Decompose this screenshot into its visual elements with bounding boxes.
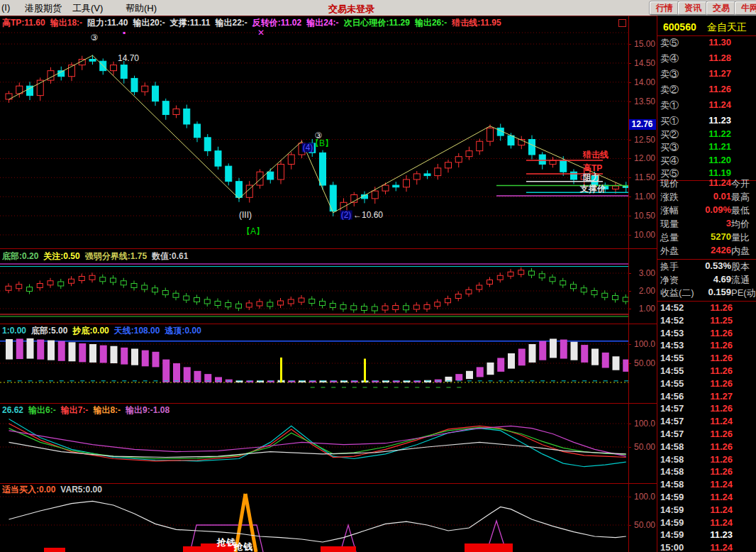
quote-row-label: 买④ [660, 155, 679, 167]
top-button-资讯[interactable]: 资讯 [678, 1, 708, 15]
tick-row: 14:5511.26 [657, 378, 756, 390]
tick-price: 11.26 [693, 378, 733, 389]
tick-time: 14:53 [660, 340, 684, 350]
axis-border [628, 16, 629, 552]
quote-row-value: 11.20 [686, 155, 731, 165]
quote-panel[interactable]: 600560金自天正卖⑤11.30卖④11.28卖③11.27卖②11.26卖①… [657, 16, 756, 552]
signal-text: 抢钱 [217, 536, 235, 549]
quote-row-label: 卖① [660, 99, 679, 112]
indicator-value: 关注:0.50 [43, 251, 79, 261]
axis-tick-label: 11.00 [630, 192, 655, 202]
info-row: 涨幅0.09%最低 [657, 204, 756, 219]
quote-row-value: 11.28 [686, 53, 731, 63]
tick-time: 14:58 [660, 466, 684, 477]
indicator-value: 输出18:- [50, 18, 82, 28]
quote-row-label: 净资 [660, 274, 679, 287]
indicator-value: 适当买入:0.00 [2, 485, 55, 495]
quote-row-label2: 今开 [731, 177, 750, 190]
axis-tick-label: 14.00 [630, 77, 655, 87]
tick-row: 14:5311.26 [657, 328, 756, 340]
chart-annotation: (4) [302, 143, 314, 153]
tick-price: 11.24 [693, 504, 733, 515]
indicator-value: 底部:0.20 [2, 251, 38, 261]
window-restore-icon[interactable] [618, 19, 626, 27]
chart-annotation: 14.70 [118, 54, 139, 63]
tick-time: 15:00 [660, 542, 684, 552]
stock-name[interactable]: 金自天正 [707, 21, 747, 34]
quote-row-label2: 最低 [731, 204, 750, 217]
quote-row-label: 买③ [660, 141, 679, 154]
quote-row-label: 卖③ [660, 68, 679, 81]
tick-row: 14:5911.24 [657, 517, 756, 529]
tick-price: 11.24 [693, 416, 733, 426]
tick-time: 14:58 [660, 479, 684, 490]
axis-tick-label: 50.00 [630, 520, 655, 530]
indicator-value: 输出7:- [61, 405, 89, 415]
quote-row-label2: 股本 [731, 260, 750, 273]
title-separator [657, 35, 756, 36]
quote-row-label2: 流通 [731, 274, 750, 287]
stock-code[interactable]: 600560 [663, 21, 696, 33]
axis-tick-label: 50.00 [630, 442, 655, 452]
login-status-text: 交易未登录 [328, 3, 374, 16]
tick-time: 14:52 [660, 302, 684, 313]
tick-row: 14:5711.26 [657, 429, 756, 441]
top-button-行情[interactable]: 行情 [650, 1, 679, 15]
chart-area[interactable] [0, 16, 628, 552]
tick-row: 14:5211.25 [657, 315, 756, 327]
panel-separator [0, 248, 657, 249]
menu-item[interactable]: 港股期货 [25, 2, 62, 15]
tick-price: 11.26 [693, 429, 733, 439]
sell-queue-row: 卖③11.27 [657, 68, 756, 82]
tick-price: 11.26 [693, 454, 733, 465]
indicator-value: 输出20:- [133, 18, 165, 28]
indicator-value: 支撑:11.11 [170, 18, 211, 28]
axis-tick-label: 2.00 [630, 286, 655, 296]
info-row: 涨跌0.01最高 [657, 191, 756, 205]
quote-row-value: 11.30 [686, 37, 731, 48]
buy-queue-row: 买④11.20 [657, 155, 756, 169]
panel-separator [0, 324, 657, 324]
tick-price: 11.26 [693, 340, 733, 350]
top-button-牛网[interactable]: 牛网 [735, 1, 756, 15]
quote-row-value: 11.27 [686, 68, 731, 79]
tick-row: 14:5911.24 [657, 504, 756, 517]
tick-time: 14:57 [660, 416, 684, 426]
tick-time: 14:59 [660, 517, 684, 528]
quote-row-value: 11.21 [686, 141, 731, 152]
buy-queue-row: 买②11.22 [657, 128, 756, 143]
menu-item[interactable]: (I) [1, 2, 10, 13]
info-row: 现价11.24今开 [657, 177, 756, 192]
quote-row-value: 0.09% [686, 204, 731, 215]
fin-row: 收益(二)0.159PE(动 [657, 287, 756, 301]
tick-price: 11.24 [693, 492, 733, 502]
quote-row-value: 11.23 [686, 115, 731, 126]
indicator-value: 强弱分界线:1.75 [85, 251, 147, 261]
buy-queue-row: 买③11.21 [657, 141, 756, 155]
chart-annotation: ③ [91, 33, 99, 43]
quote-border [657, 16, 657, 552]
quote-row-value: 0.159 [686, 287, 731, 297]
panel-separator [0, 403, 657, 404]
price-axis: 15.0014.5014.0013.5012.5012.0011.5011.00… [628, 16, 657, 552]
quote-row-value: 11.24 [686, 177, 731, 188]
tick-time: 14:53 [660, 328, 684, 338]
indicator-value: 次日心理价:11.29 [344, 18, 410, 28]
panel-header-p5: 适当买入:0.00VAR5:0.00 [2, 485, 107, 495]
quote-row-label: 卖② [660, 84, 679, 96]
quote-row-label: 买① [660, 115, 679, 128]
info-row: 外盘2426内盘 [657, 245, 756, 259]
tick-price: 11.26 [693, 302, 733, 313]
quote-row-label: 涨幅 [660, 204, 679, 217]
menu-item[interactable]: 工具(V) [72, 2, 103, 15]
menu-item[interactable]: 帮助(H) [126, 2, 157, 15]
panel-header-main: 高TP:11.60输出18:-阻力:11.40输出20:-支撑:11.11输出2… [2, 18, 506, 28]
chart-annotation: (2) [340, 211, 352, 220]
chart-annotation: ✕ [257, 28, 265, 38]
indicator-value: VAR5:0.00 [60, 485, 101, 495]
tick-price: 11.23 [693, 529, 733, 540]
tick-time: 14:59 [660, 492, 684, 502]
top-button-交易[interactable]: 交易 [706, 1, 736, 15]
tick-row: 14:5811.26 [657, 454, 756, 466]
axis-tick-label: 3.00 [630, 268, 655, 278]
